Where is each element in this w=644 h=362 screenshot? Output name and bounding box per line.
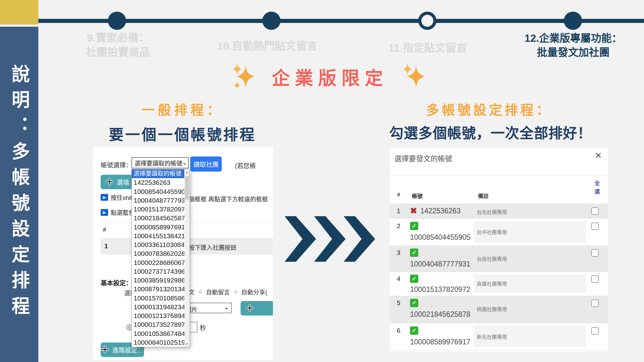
timeline-step-10-label: 10.自動熱門貼文留言 (192, 39, 343, 53)
table-row: 4 ✓ 100015137820972 高雄社團專用 (390, 272, 608, 296)
timeline-dot-step12 (564, 12, 582, 30)
table-row: 3 ✓ 100040487777931 台南社團專用 (390, 245, 608, 272)
dropdown-option[interactable]: 100085404455905 (132, 187, 184, 196)
account-number: 100040487777931 (410, 260, 470, 268)
scroll-up-icon[interactable]: ▲ (184, 171, 190, 174)
modal-title: 選擇要發文的帳號 (394, 153, 452, 163)
banner-title: 企業版限定 (272, 63, 388, 90)
row-checkbox[interactable] (591, 275, 599, 283)
chevron-right-icon (314, 216, 346, 262)
dropdown-option[interactable]: 100007838620285 (132, 249, 184, 258)
account-number: 100085404455905 (410, 233, 470, 242)
banner: 企業版限定 (165, 62, 495, 91)
table-header-num: # (103, 226, 106, 233)
account-number: 100021845625878 (410, 310, 470, 319)
play-icon: ▶ (101, 194, 108, 201)
row-checkbox[interactable] (591, 249, 599, 257)
left-section-heading: 一般排程： (91, 99, 274, 118)
dropdown-option[interactable]: 100001735278971 (132, 320, 184, 329)
dropdown-option[interactable]: 100001319482346 (132, 303, 184, 311)
checked-icon: ✓ (410, 326, 418, 335)
account-number: 1422536263 (420, 207, 461, 215)
timeline-dot-step11 (418, 12, 436, 30)
dropdown-option[interactable]: 1422536263 (132, 178, 184, 187)
mode-options-row: 文 ○ 自動留言 ○ 自動分享( (189, 288, 267, 296)
chevron-down-icon: ⌄ (182, 160, 186, 166)
table-row: 6 ✓ 100008589976917 新北社團專用 (390, 323, 608, 350)
dropdown-scrollbar[interactable]: ▲ ▼ (184, 169, 190, 347)
plus-icon: ＋ (105, 178, 114, 186)
table-row: 1 ✖ 1422536263 台北社團專用 (390, 204, 608, 219)
note-cell: 台南社團專用 (477, 255, 507, 262)
sidebar: 說明：多帳號設定排程 (0, 27, 38, 362)
dropdown-option[interactable]: 100040487777931 (132, 196, 184, 205)
column-header-num: # (397, 192, 400, 198)
column-header-account: 帳號 (412, 192, 423, 200)
seconds-label: 秒 (200, 323, 206, 332)
dropdown-option[interactable]: 100038591929860 (132, 276, 184, 285)
left-section-subheading: 要一個一個帳號排程 (68, 123, 297, 144)
dropdown-option[interactable]: 100015701085868 (132, 294, 184, 303)
row-number: 6 (397, 327, 400, 334)
dropdown-option[interactable]: 100087913201342 (132, 285, 184, 293)
row-checkbox[interactable] (591, 299, 599, 307)
row-number: 3 (397, 249, 400, 256)
dropdown-option[interactable]: 100041551384219 (132, 232, 184, 240)
radio-auto-share[interactable]: ○ (234, 288, 237, 295)
checked-icon: ✓ (410, 222, 418, 230)
row-checkbox[interactable] (591, 327, 599, 335)
chevron-right-icon (285, 216, 316, 262)
dropdown-option[interactable]: 100015137820972 (132, 205, 184, 214)
dropdown-option[interactable]: 100002286860675 (132, 258, 184, 267)
row-number: 2 (397, 222, 400, 230)
dropdown-option[interactable]: 選擇要讀取的帳號 (132, 169, 184, 178)
dropdown-option[interactable]: 100027371743967 (132, 267, 184, 276)
table-row: 2 ✓ 100085404455905 台中社團專用 (390, 219, 608, 245)
sidebar-title: 說明：多帳號設定排程 (6, 64, 32, 322)
right-section-heading: 多帳號設定排程： (365, 99, 613, 118)
dropdown-option[interactable]: 100021845625878 (132, 214, 184, 222)
radio-auto-comment[interactable]: ○ (198, 288, 202, 295)
checked-icon: ✓ (410, 275, 418, 283)
timeline-dot-step9 (108, 12, 126, 30)
play-icon: ▶ (101, 209, 108, 216)
account-select-dropdown[interactable]: 選擇要讀取的帳號 ⌄ (131, 157, 189, 168)
dropdown-option[interactable]: 100008401025195 (132, 338, 184, 347)
row-checkbox[interactable] (591, 222, 599, 230)
corner-accent-square (0, 0, 38, 25)
dropdown-option[interactable]: 100010536674847 (132, 329, 184, 338)
note-cell: 桃園社團專用 (477, 305, 507, 313)
add-media-button[interactable]: ＋ (241, 301, 273, 315)
basic-settings-label: 基本設定： (101, 278, 132, 287)
column-header-note: 備註 (478, 192, 489, 200)
tip-shift-text-right: 個框框 再點選下方較遠的框框 (189, 195, 268, 203)
load-groups-button[interactable]: 讀取社團 (190, 156, 222, 172)
dropdown-option[interactable]: 100001213768946 (132, 311, 184, 320)
account-number: 100015137820972 (410, 285, 470, 294)
account-number: 100008589976917 (410, 338, 470, 346)
transition-arrows (285, 216, 373, 262)
table-row: 5 ✓ 100021845625878 桃園社團專用 (390, 296, 608, 323)
dropdown-option[interactable]: 100033611030841 (132, 240, 184, 249)
right-section-subheading: 勾選多個帳號，一次全部排好！ (351, 122, 630, 142)
sparkle-icon (402, 63, 428, 90)
dropdown-option[interactable]: 100008589976917 (132, 223, 184, 232)
scroll-down-icon[interactable]: ▼ (184, 343, 190, 346)
row-checkbox[interactable] (591, 207, 599, 215)
row-number: 1 (397, 207, 400, 215)
checked-icon: ✓ (410, 299, 418, 307)
account-cell: ✖ 1422536263 (410, 207, 461, 215)
account-select-value: 選擇要讀取的帳號 (135, 159, 182, 167)
plus-icon: ＋ (101, 346, 109, 354)
sparkle-icon (232, 63, 257, 90)
select-all-link[interactable]: 全選 (593, 179, 601, 196)
timeline-step-9-label: 9.賣家必備： 社團拍賣商品 (50, 31, 186, 60)
scrollbar-thumb[interactable] (185, 176, 189, 200)
optional-button[interactable]: ＋ 選填 (101, 175, 134, 189)
account-table: 1 ✖ 1422536263 台北社團專用 2 ✓ 10008540445590… (390, 204, 608, 350)
close-icon[interactable]: ✕ (595, 151, 602, 160)
note-cell: 新北社團專用 (477, 333, 507, 340)
row-number: 1 (104, 243, 108, 250)
chevron-down-icon: ⌄ (225, 304, 229, 310)
timeline-step-12-label: 12.企業版專屬功能： 批量發文加社團 (502, 31, 644, 59)
